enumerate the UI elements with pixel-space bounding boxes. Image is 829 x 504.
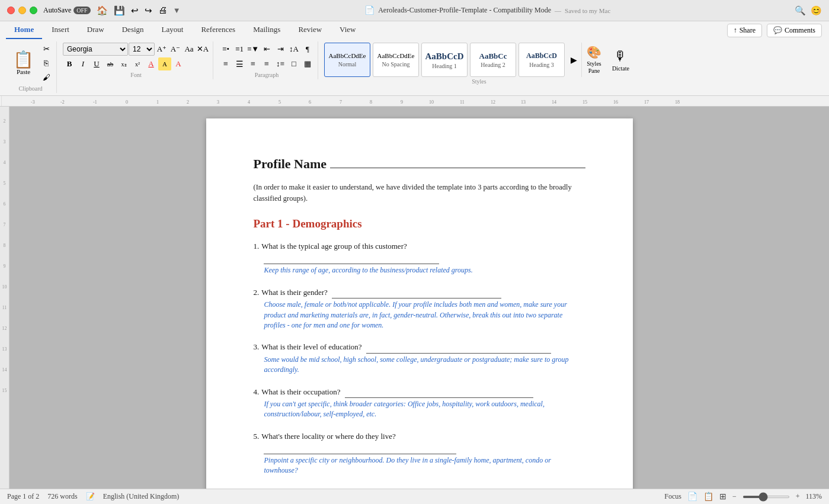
- italic-button[interactable]: I: [76, 57, 89, 70]
- redo-icon[interactable]: ↪: [145, 5, 152, 16]
- q1-line[interactable]: [264, 252, 439, 265]
- style-h2-preview: AaBbCc: [479, 52, 507, 61]
- zoom-in-button[interactable]: +: [796, 492, 800, 501]
- q3-num: 3.: [254, 341, 260, 353]
- maximize-button[interactable]: [30, 7, 37, 14]
- sort-button[interactable]: ↕A: [287, 43, 300, 56]
- para-row1: ≡• ≡1 ≡▼ ⇤ ⇥ ↕A ¶: [219, 43, 314, 56]
- indent-increase-button[interactable]: ⇥: [274, 43, 287, 56]
- q5-line[interactable]: [264, 442, 456, 454]
- share-button[interactable]: ↑ Share: [727, 24, 762, 37]
- shading-button[interactable]: □: [287, 57, 300, 70]
- autosave-toggle[interactable]: AutoSave OFF: [43, 6, 91, 15]
- superscript-button[interactable]: x²: [131, 57, 144, 70]
- font-size-select[interactable]: 12 10 11 14: [129, 43, 155, 56]
- save-icon[interactable]: 💾: [114, 5, 125, 16]
- justify-button[interactable]: ≡: [260, 57, 273, 70]
- strikethrough-button[interactable]: ab: [104, 57, 117, 70]
- style-no-spacing[interactable]: AaBbCcDdEe No Spacing: [373, 43, 419, 77]
- zoom-out-button[interactable]: −: [732, 492, 737, 501]
- tab-layout[interactable]: Layout: [153, 21, 192, 39]
- font-color-button[interactable]: A: [145, 57, 158, 70]
- tab-insert[interactable]: Insert: [43, 21, 78, 39]
- styles-pane-button[interactable]: 🎨 StylesPane: [581, 43, 606, 77]
- show-marks-button[interactable]: ¶: [301, 43, 314, 56]
- svg-text:9: 9: [401, 99, 403, 105]
- autosave-state[interactable]: OFF: [73, 7, 90, 14]
- bullets-button[interactable]: ≡•: [219, 43, 232, 56]
- language[interactable]: English (United Kingdom): [103, 492, 180, 501]
- cut-button[interactable]: ✂: [40, 43, 53, 56]
- change-case-button[interactable]: Aa: [183, 43, 196, 56]
- style-normal[interactable]: AaBbCcDdEe Normal: [324, 43, 370, 77]
- comments-icon: 💬: [773, 26, 782, 35]
- font-group: Georgia Arial Times New Roman 12 10 11 1…: [59, 41, 213, 79]
- style-heading2[interactable]: AaBbCc Heading 2: [470, 43, 516, 77]
- borders-button[interactable]: ▦: [301, 57, 314, 70]
- font-shrink-button[interactable]: A⁻: [169, 43, 182, 56]
- tab-references[interactable]: References: [193, 21, 244, 39]
- align-left-button[interactable]: ≡: [219, 57, 232, 70]
- outline-icon[interactable]: 📋: [703, 492, 713, 502]
- align-center-button[interactable]: ☰: [233, 57, 246, 70]
- more-icon[interactable]: ▼: [173, 6, 181, 15]
- comments-button[interactable]: 💬 Comments: [767, 24, 822, 37]
- autosave-label: AutoSave: [43, 6, 71, 15]
- title-actions: 🔍 😊: [795, 5, 822, 16]
- para-top: ≡• ≡1 ≡▼ ⇤ ⇥ ↕A ¶ ≡ ☰ ≡ ≡ ↕≡ □ ▦: [219, 43, 314, 70]
- tab-mailings[interactable]: Mailings: [245, 21, 289, 39]
- close-button[interactable]: [7, 7, 15, 14]
- tab-view[interactable]: View: [331, 21, 364, 39]
- q3-line[interactable]: [366, 341, 551, 354]
- subscript-button[interactable]: x₂: [117, 57, 130, 70]
- search-icon[interactable]: 🔍: [795, 5, 806, 16]
- paste-button[interactable]: 📋 Paste: [8, 49, 39, 78]
- q4-line[interactable]: [345, 386, 534, 399]
- q3-main: 3. What is their level of education?: [254, 341, 585, 354]
- q2-line[interactable]: [332, 287, 501, 299]
- print-icon[interactable]: 🖨: [158, 5, 167, 15]
- view-icon[interactable]: ⊞: [719, 492, 726, 502]
- style-heading1[interactable]: AaBbCcD Heading 1: [421, 43, 468, 77]
- smiley-icon[interactable]: 😊: [811, 5, 822, 16]
- copy-button[interactable]: ⎘: [40, 57, 53, 70]
- paste-icon: 📋: [13, 52, 34, 68]
- title-bar: AutoSave OFF 🏠 💾 ↩ ↪ 🖨 ▼ 📄 Aeroleads-Cus…: [0, 0, 829, 21]
- format-painter-button[interactable]: 🖌: [40, 71, 53, 84]
- tab-design[interactable]: Design: [114, 21, 152, 39]
- tab-draw[interactable]: Draw: [79, 21, 113, 39]
- q2-num: 2.: [254, 287, 260, 298]
- indent-decrease-button[interactable]: ⇤: [260, 43, 273, 56]
- dictate-button[interactable]: 🎙 Dictate: [607, 46, 634, 74]
- minimize-button[interactable]: [18, 7, 26, 14]
- undo-icon[interactable]: ↩: [131, 5, 139, 16]
- intro-text: (In order to make it easier to understan…: [254, 182, 585, 205]
- q4-main: 4. What is their occupation?: [254, 386, 585, 399]
- clear-format-button[interactable]: ✕A: [196, 43, 209, 56]
- ribbon-tabs-row: Home Insert Draw Design Layout Reference…: [0, 21, 829, 39]
- tab-review[interactable]: Review: [290, 21, 330, 39]
- tab-home[interactable]: Home: [6, 21, 42, 39]
- text-color-button[interactable]: A: [172, 57, 185, 70]
- line-spacing-button[interactable]: ↕≡: [274, 57, 287, 70]
- document-page[interactable]: Profile Name (In order to make it easier…: [206, 118, 633, 489]
- print-layout-icon[interactable]: 📄: [687, 492, 697, 502]
- font-grow-button[interactable]: A⁺: [155, 43, 168, 56]
- align-right-button[interactable]: ≡: [247, 57, 260, 70]
- styles-more-button[interactable]: ▶: [567, 53, 580, 66]
- bold-button[interactable]: B: [63, 57, 76, 70]
- zoom-slider[interactable]: [742, 496, 790, 498]
- style-heading3[interactable]: AaBbCcD Heading 3: [518, 43, 565, 77]
- nav-home-icon[interactable]: 🏠: [97, 5, 108, 16]
- highlight-button[interactable]: A: [158, 57, 171, 70]
- styles-area: AaBbCcDdEe Normal AaBbCcDdEe No Spacing …: [324, 43, 580, 77]
- question-2: 2. What is their gender? Choose male: [254, 287, 585, 331]
- svg-text:13: 13: [521, 99, 526, 105]
- focus-button[interactable]: Focus: [664, 492, 681, 501]
- proofread-icon[interactable]: 📝: [86, 492, 95, 501]
- zoom-level[interactable]: 113%: [805, 492, 822, 501]
- numbering-button[interactable]: ≡1: [233, 43, 246, 56]
- underline-button[interactable]: U: [90, 57, 103, 70]
- font-family-select[interactable]: Georgia Arial Times New Roman: [63, 43, 128, 56]
- multilevel-button[interactable]: ≡▼: [247, 43, 260, 56]
